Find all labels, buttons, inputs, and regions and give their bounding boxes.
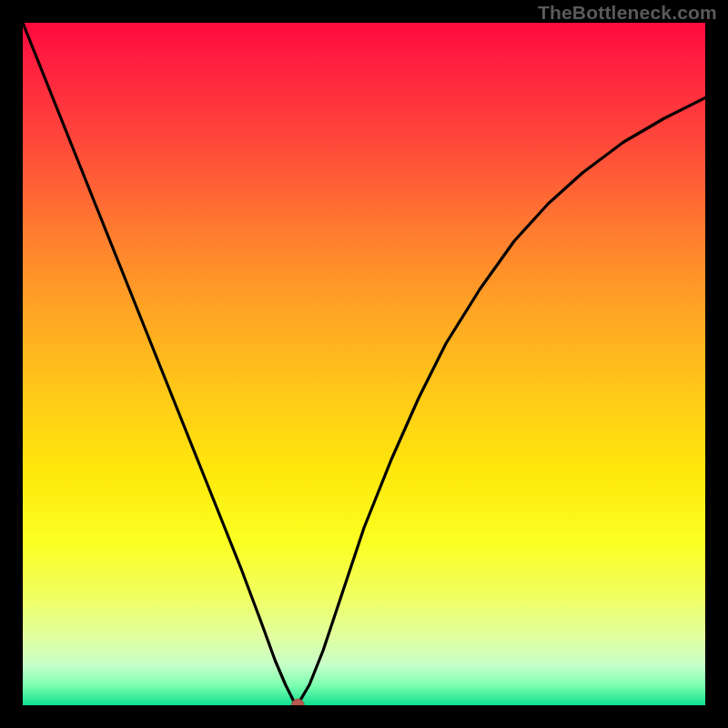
watermark-text: TheBottleneck.com (538, 2, 717, 24)
chart-frame: TheBottleneck.com (0, 0, 728, 728)
curve-layer (23, 23, 705, 705)
bottleneck-curve (23, 23, 705, 705)
plot-area (23, 23, 705, 705)
